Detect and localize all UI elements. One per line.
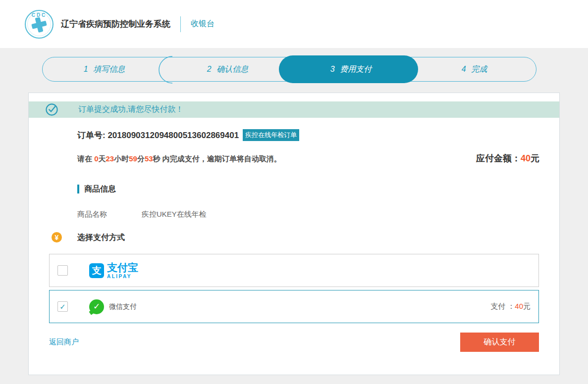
payable-amount: 应付金额：40元 <box>476 152 539 164</box>
amount-label: 应付金额： <box>476 153 521 163</box>
product-info-title: 商品信息 <box>77 185 539 193</box>
countdown-days-unit: 天 <box>99 154 106 163</box>
back-to-merchant-link[interactable]: 返回商户 <box>49 337 79 347</box>
alipay-checkbox[interactable]: ✓ <box>57 265 68 276</box>
alipay-logo: 支 支付宝 ALIPAY <box>89 262 138 279</box>
countdown-hours: 23 <box>106 154 114 163</box>
amount-unit: 元 <box>531 153 539 163</box>
header: CDC 辽宁省疾病预防控制业务系统 收银台 <box>0 0 588 48</box>
order-number-row: 订单号: 2018090312094800513602869401疾控在线年检订… <box>77 129 539 141</box>
step-3-payment: 3 费用支付 <box>289 57 413 81</box>
panel-footer: 返回商户 确认支付 <box>29 333 559 352</box>
countdown-seconds-unit: 秒 <box>153 154 160 163</box>
alipay-brand-cn: 支付宝 <box>107 262 138 273</box>
amount-value: 40 <box>521 153 531 163</box>
wechat-check-glyph: ✓ <box>93 301 100 312</box>
step-2-confirm-info: 2 确认信息 <box>166 57 289 81</box>
product-name-row: 商品名称疾控UKEY在线年检 <box>77 210 539 219</box>
payment-options: ✓ 支 支付宝 ALIPAY ✓ ✓ 微信支付 支付 ：40元 <box>29 254 559 323</box>
wechat-brand-label: 微信支付 <box>109 302 137 311</box>
wechat-pay-unit: 元 <box>523 302 531 310</box>
payment-method-title: 选择支付方式 <box>77 233 125 241</box>
countdown-seconds: 53 <box>145 154 153 163</box>
countdown-days: 0 <box>94 154 98 163</box>
payment-method-header: ¥ 选择支付方式 <box>29 233 559 243</box>
header-divider <box>180 16 181 32</box>
countdown-row: 请在 0天23小时59分53秒 内完成支付，逾期订单将自动取消。 应付金额：40… <box>77 152 539 164</box>
countdown-hours-unit: 小时 <box>114 154 129 163</box>
step-progress-bar: 1 填写信息 2 确认信息 3 费用支付 4 完成 <box>42 57 536 82</box>
alipay-icon: 支 <box>89 263 104 278</box>
order-success-notice: 订单提交成功,请您尽快付款！ <box>29 101 559 118</box>
step-1-fill-info: 1 填写信息 <box>43 57 166 81</box>
product-name-value: 疾控UKEY在线年检 <box>142 210 207 218</box>
alipay-wordmark: 支付宝 ALIPAY <box>107 262 138 279</box>
wechat-checkbox[interactable]: ✓ <box>57 301 68 312</box>
cdc-logo-icon: CDC <box>25 10 53 39</box>
wechat-pay-label: 支付 ： <box>490 302 515 310</box>
app-title: 辽宁省疾病预防控制业务系统 <box>61 18 170 30</box>
notice-text: 订单提交成功,请您尽快付款！ <box>78 104 183 115</box>
countdown-prefix: 请在 <box>77 154 94 163</box>
payment-option-alipay[interactable]: ✓ 支 支付宝 ALIPAY <box>49 254 539 287</box>
countdown-minutes: 59 <box>129 154 137 163</box>
success-check-icon <box>45 103 58 116</box>
order-section: 订单号: 2018090312094800513602869401疾控在线年检订… <box>29 129 559 219</box>
order-payment-panel: 订单提交成功,请您尽快付款！ 订单号: 20180903120948005136… <box>28 93 560 375</box>
alipay-brand-en: ALIPAY <box>107 274 138 279</box>
wechat-pay-amount: 支付 ：40元 <box>490 302 531 311</box>
step-4-done: 4 完成 <box>413 57 536 81</box>
payment-option-wechat[interactable]: ✓ ✓ 微信支付 支付 ：40元 <box>49 290 539 323</box>
product-name-label: 商品名称 <box>77 210 142 219</box>
countdown-text: 请在 0天23小时59分53秒 内完成支付，逾期订单将自动取消。 <box>77 154 281 164</box>
wechat-pay-value: 40 <box>515 302 523 310</box>
check-mark-icon: ✓ <box>59 303 66 310</box>
order-type-tag: 疾控在线年检订单 <box>243 129 299 141</box>
confirm-pay-button[interactable]: 确认支付 <box>460 333 539 352</box>
countdown-minutes-unit: 分 <box>137 154 145 163</box>
order-number-value: 2018090312094800513602869401 <box>107 131 239 140</box>
countdown-suffix: 内完成支付，逾期订单将自动取消。 <box>160 154 281 163</box>
order-number-label: 订单号: <box>77 131 107 140</box>
wechat-pay-icon: ✓ <box>89 299 104 314</box>
page-title-cashier: 收银台 <box>191 19 214 29</box>
yen-icon: ¥ <box>52 232 62 242</box>
